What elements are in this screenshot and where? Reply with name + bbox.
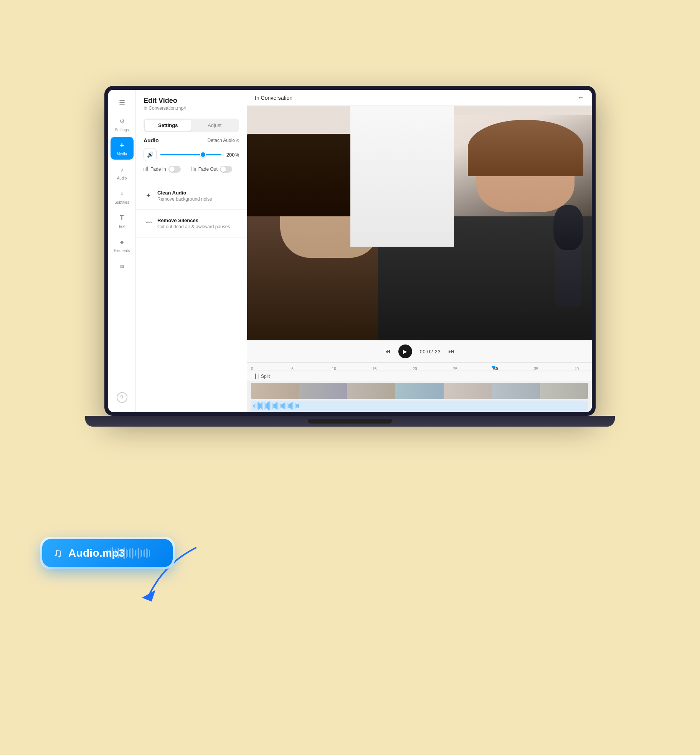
laptop-screen-inner: ☰ ⚙ Settings + Media ♪ Audio: [108, 90, 592, 412]
help-icon[interactable]: ?: [117, 392, 127, 403]
svg-rect-5: [193, 167, 193, 171]
play-button[interactable]: ▶: [398, 345, 412, 358]
slider-track: [160, 154, 221, 155]
strip-thumb-2: [299, 383, 347, 399]
slider-thumb: [200, 152, 206, 158]
tab-settings[interactable]: Settings: [145, 120, 192, 131]
remove-silences-description: Cut out dead air & awkward pauses: [157, 224, 230, 229]
volume-row: 🔊 200%: [144, 148, 239, 161]
detach-icon: ⎋: [236, 138, 239, 143]
fade-out-icon: [192, 166, 197, 172]
sidebar-item-audio[interactable]: ♪ Audio: [111, 161, 134, 184]
svg-rect-1: [145, 168, 145, 171]
audio-section: Audio Detach Audio ⎋ 🔊: [136, 137, 247, 180]
divider-3: [136, 237, 247, 237]
edit-panel-header: Edit Video In Conversation.mp4: [136, 90, 247, 115]
subtitles-icon: ≡: [117, 188, 127, 199]
sidebar-item-elements[interactable]: ◆ Elements: [111, 234, 134, 256]
fade-in-icon: [144, 166, 149, 172]
fade-in-label: Fade In: [144, 166, 166, 172]
volume-slider[interactable]: [160, 151, 221, 158]
svg-rect-7: [195, 168, 196, 171]
clean-audio-icon: ✦: [144, 191, 153, 200]
svg-rect-3: [147, 166, 148, 171]
skip-back-button[interactable]: ⏮: [385, 348, 391, 355]
laptop-hinge: [308, 419, 392, 424]
volume-percent: 200%: [225, 152, 239, 158]
extra-icon: ⊠: [117, 261, 127, 272]
strip-thumb-1: [251, 383, 299, 399]
transport-bar: ⏮ ▶ 00:02:23 ⏭: [247, 340, 592, 362]
audio-card-music-icon: ♫: [53, 546, 62, 560]
detach-audio-button[interactable]: Detach Audio ⎋: [208, 138, 239, 143]
audio-card: ♫ Audio.mp3: [42, 539, 173, 567]
edit-panel-subtitle: In Conversation.mp4: [144, 106, 239, 111]
timeline-ruler: 0 5 10 15 20 25 30 35 40: [247, 363, 592, 371]
page-wrapper: ☰ ⚙ Settings + Media ♪ Audio: [0, 0, 700, 755]
remove-silences-card[interactable]: 〰 Remove Silences Cut out dead air & awk…: [136, 212, 247, 235]
audio-waveform: [253, 401, 586, 411]
settings-icon: ⚙: [117, 116, 127, 127]
sidebar-item-extra[interactable]: ⊠: [111, 258, 134, 275]
tab-row: Settings Adjust: [144, 119, 239, 132]
tab-adjust[interactable]: Adjust: [192, 120, 238, 131]
divider-2: [136, 209, 247, 210]
svg-rect-2: [146, 167, 147, 171]
volume-icon[interactable]: 🔊: [144, 148, 157, 161]
edit-panel: Edit Video In Conversation.mp4 Settings …: [136, 90, 247, 412]
audio-icon: ♪: [117, 164, 127, 175]
preview-header: In Conversation ←: [247, 90, 592, 106]
video-preview: [247, 106, 592, 340]
text-icon: T: [117, 213, 127, 223]
bottom-toolbar: ⎢⎥ Split: [247, 371, 592, 381]
strip-thumb-5: [444, 383, 492, 399]
clean-audio-description: Remove background noise: [157, 196, 212, 202]
split-button[interactable]: ⎢⎥ Split: [255, 374, 270, 379]
fade-out-toggle[interactable]: [220, 166, 232, 173]
sidebar-item-settings[interactable]: ⚙ Settings: [111, 113, 134, 135]
divider-1: [136, 182, 247, 182]
media-icon: +: [117, 140, 127, 151]
strip-thumb-4: [395, 383, 443, 399]
laptop-screen-bezel: ☰ ⚙ Settings + Media ♪ Audio: [104, 86, 596, 416]
fade-out-item: Fade Out: [192, 166, 232, 173]
svg-rect-6: [194, 168, 195, 171]
sidebar-item-subtitles[interactable]: ≡ Subtitles: [111, 185, 134, 208]
right-area: In Conversation ←: [247, 90, 592, 412]
audio-track[interactable]: // will be drawn inline: [251, 401, 588, 411]
remove-silences-icon: 〰: [144, 218, 153, 227]
time-display: 00:02:23: [420, 349, 441, 354]
fade-in-toggle[interactable]: [168, 166, 181, 173]
laptop-base: [85, 416, 615, 427]
strip-thumb-7: [540, 383, 588, 399]
elements-icon: ◆: [117, 237, 127, 247]
sidebar: ☰ ⚙ Settings + Media ♪ Audio: [108, 90, 136, 412]
clean-audio-title: Clean Audio: [157, 190, 212, 196]
edit-panel-title: Edit Video: [144, 97, 239, 105]
sidebar-item-text[interactable]: T Text: [111, 209, 134, 232]
sidebar-item-media[interactable]: + Media: [111, 137, 134, 160]
fade-in-item: Fade In: [144, 166, 181, 173]
screen-content: ☰ ⚙ Settings + Media ♪ Audio: [108, 90, 592, 412]
fade-out-label: Fade Out: [192, 166, 218, 172]
video-track[interactable]: [247, 381, 592, 401]
remove-silences-text: Remove Silences Cut out dead air & awkwa…: [157, 218, 230, 229]
fade-row: Fade In: [144, 166, 239, 173]
audio-section-title: Audio: [144, 137, 159, 143]
clean-audio-card[interactable]: ✦ Clean Audio Remove background noise: [136, 185, 247, 207]
strip-thumb-6: [492, 383, 540, 399]
preview-title: In Conversation: [255, 95, 292, 101]
svg-rect-0: [144, 168, 144, 171]
svg-rect-4: [192, 166, 192, 171]
sidebar-hamburger[interactable]: ☰: [111, 94, 134, 111]
remove-silences-title: Remove Silences: [157, 218, 230, 223]
timeline-area: 0 5 10 15 20 25 30 35 40: [247, 362, 592, 412]
strip-thumb-3: [347, 383, 395, 399]
clean-audio-text: Clean Audio Remove background noise: [157, 190, 212, 202]
svg-marker-8: [142, 590, 155, 602]
audio-section-header: Audio Detach Audio ⎋: [144, 137, 239, 143]
audio-card-waveform: [104, 546, 150, 561]
split-icon: ⎢⎥: [255, 374, 259, 379]
back-icon[interactable]: ←: [577, 94, 584, 102]
skip-forward-button[interactable]: ⏭: [448, 348, 454, 355]
